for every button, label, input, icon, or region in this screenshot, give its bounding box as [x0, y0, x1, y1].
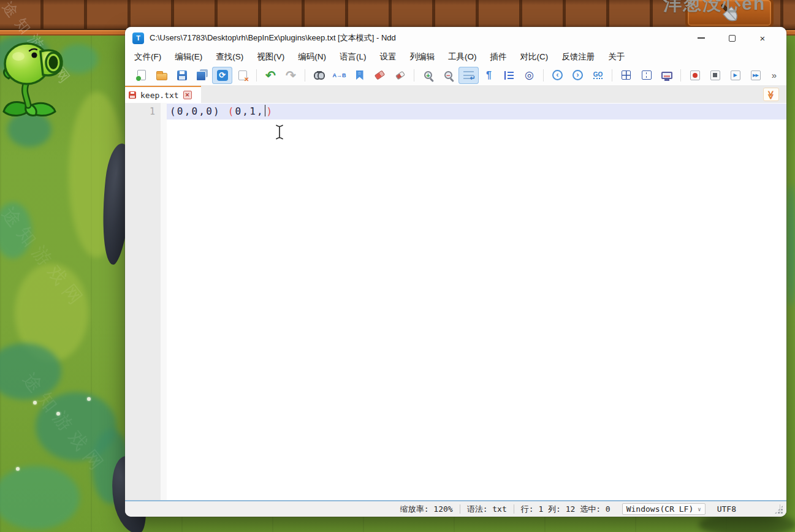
shovel-icon — [717, 1, 742, 25]
menu-search[interactable]: 查找(S) — [209, 49, 250, 65]
lawn-flower — [33, 401, 37, 405]
zoom-out-button[interactable] — [438, 67, 458, 84]
goto-line-button[interactable] — [588, 67, 608, 84]
word-wrap-icon — [463, 71, 474, 79]
resize-grip[interactable] — [774, 505, 783, 514]
indent-guides-icon — [504, 71, 514, 80]
save-all-button[interactable] — [192, 67, 212, 84]
nav-forward-button[interactable] — [568, 67, 588, 84]
grid-view-button[interactable] — [616, 67, 636, 84]
wooden-fence — [0, 0, 795, 29]
code-segment: 0,1, — [235, 105, 264, 117]
menu-encoding[interactable]: 编码(N) — [291, 49, 333, 65]
undo-button[interactable] — [261, 67, 281, 84]
toolbar-separator — [680, 69, 681, 82]
maximize-button[interactable] — [717, 27, 747, 49]
line-number: 1 — [150, 104, 155, 120]
menu-edit[interactable]: 编辑(E) — [168, 49, 209, 65]
menu-compare[interactable]: 对比(C) — [514, 49, 555, 65]
toolbar-separator — [414, 69, 414, 82]
focus-target-button[interactable] — [519, 67, 539, 84]
matched-paren-close: ) — [266, 105, 273, 117]
menu-plugins[interactable]: 插件 — [484, 49, 514, 65]
line-number-gutter: 1 — [125, 103, 161, 500]
menu-bar: 文件(F) 编辑(E) 查找(S) 视图(V) 编码(N) 语言(L) 设置 列… — [125, 49, 786, 65]
monitor-view-icon — [661, 72, 672, 79]
indent-guides-button[interactable] — [499, 67, 519, 84]
eraser-button[interactable] — [370, 67, 390, 84]
clear-marks-button[interactable] — [390, 67, 410, 84]
open-file-icon — [156, 73, 167, 80]
toolbar: » — [125, 65, 786, 86]
find-button[interactable] — [309, 67, 329, 84]
menu-feedback[interactable]: 反馈注册 — [555, 49, 601, 65]
eol-mode-select[interactable]: Windows(CR LF) ∨ — [622, 503, 706, 515]
close-button[interactable]: × — [747, 27, 778, 49]
title-bar[interactable]: T C:\Users\71783\Desktop\rh\BepInEx\plug… — [125, 27, 786, 49]
tab-keep-txt[interactable]: keep.txt ✕ — [125, 86, 201, 103]
redo-button[interactable] — [281, 67, 301, 84]
zoom-level: 缩放率: 120% — [394, 504, 460, 515]
bookmark-button[interactable] — [349, 67, 370, 84]
menu-settings[interactable]: 设置 — [373, 49, 403, 65]
split-view-icon — [642, 70, 652, 80]
menu-about[interactable]: 关于 — [601, 49, 631, 65]
chevron-down-icon: ∨ — [698, 506, 701, 512]
menu-file[interactable]: 文件(F) — [127, 49, 168, 65]
syntax-mode: 语法: txt — [460, 504, 514, 515]
reload-button[interactable] — [212, 67, 232, 84]
menu-column-edit[interactable]: 列编辑 — [403, 49, 442, 65]
open-file-button[interactable] — [151, 67, 172, 84]
toolbar-overflow-button[interactable]: » — [767, 67, 782, 84]
monitor-view-button[interactable] — [656, 67, 677, 84]
bookmark-icon — [356, 70, 363, 80]
pilcrow-icon — [486, 70, 492, 81]
tab-close-icon[interactable]: ✕ — [183, 91, 192, 99]
close-file-button[interactable] — [232, 67, 253, 84]
eol-mode-value: Windows(CR LF) — [626, 504, 694, 514]
clover-patch — [59, 44, 98, 74]
encoding-label: UTF8 — [710, 504, 743, 514]
code-line[interactable]: (0,0,0) (0,1,) — [170, 104, 273, 120]
split-view-button[interactable] — [636, 67, 656, 84]
zoom-in-icon — [424, 71, 432, 79]
status-bar: 缩放率: 120% 语法: txt 行: 1 列: 12 选中: 0 Windo… — [125, 501, 786, 517]
window-title: C:\Users\71783\Desktop\rh\BepInEx\plugin… — [150, 32, 686, 44]
find-icon — [314, 71, 325, 80]
caret-position: 行: 1 列: 12 选中: 0 — [514, 504, 617, 515]
tab-list-button[interactable]: ≫ — [763, 88, 779, 101]
nav-back-button[interactable] — [547, 67, 568, 84]
menu-tools[interactable]: 工具(O) — [441, 49, 484, 65]
replace-button[interactable] — [329, 67, 349, 84]
play-macro-button[interactable] — [725, 67, 745, 84]
run-macro-multiple-button[interactable] — [745, 67, 766, 84]
nav-forward-icon — [572, 70, 583, 80]
new-file-icon — [137, 70, 146, 80]
minimize-button[interactable] — [686, 27, 717, 49]
show-symbols-button[interactable] — [479, 67, 499, 84]
stop-macro-icon — [710, 70, 720, 80]
code-segment: (0,0,0) — [170, 105, 228, 117]
word-wrap-button[interactable] — [458, 67, 479, 84]
unsaved-changes-icon — [129, 91, 136, 99]
menu-language[interactable]: 语言(L) — [333, 49, 373, 65]
stop-macro-button[interactable] — [705, 67, 725, 84]
record-macro-button[interactable] — [685, 67, 705, 84]
zoom-in-button[interactable] — [418, 67, 438, 84]
save-button[interactable] — [172, 67, 192, 84]
text-editor[interactable]: 1 (0,0,0) (0,1,) — [125, 103, 786, 501]
maximize-icon — [729, 35, 736, 42]
minimize-icon — [698, 37, 705, 39]
shovel-slot — [685, 0, 774, 28]
focus-target-icon — [525, 70, 534, 80]
new-file-button[interactable] — [131, 67, 151, 84]
lawn-flower — [87, 397, 91, 401]
record-macro-icon — [690, 70, 700, 80]
eraser-icon — [375, 70, 385, 80]
menu-view[interactable]: 视图(V) — [250, 49, 291, 65]
toolbar-separator — [305, 69, 305, 82]
toolbar-separator — [612, 69, 612, 82]
redo-icon — [286, 68, 296, 83]
notepad-window: T C:\Users\71783\Desktop\rh\BepInEx\plug… — [125, 27, 786, 517]
lawn-flower — [56, 412, 60, 416]
